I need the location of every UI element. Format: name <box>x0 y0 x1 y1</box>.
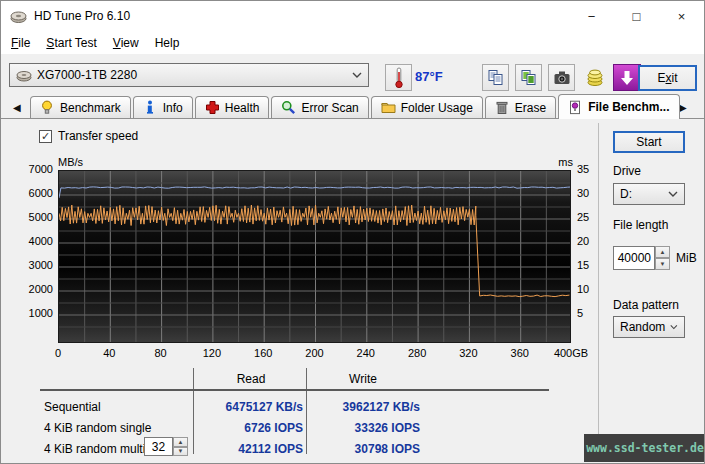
read-column-header: Read <box>196 372 306 386</box>
window-title: HD Tune Pro 6.10 <box>34 9 130 23</box>
copy-image-icon <box>520 69 538 87</box>
tab-erase[interactable]: Erase <box>485 96 556 118</box>
maximize-button[interactable]: □ <box>614 1 659 31</box>
copy-image-button[interactable] <box>515 64 542 91</box>
axis-tick-label: 5000 <box>19 211 53 223</box>
spin-down-icon[interactable]: ▼ <box>173 447 188 457</box>
drive-combobox[interactable]: D: <box>613 183 685 205</box>
window-controls: − □ × <box>569 1 704 31</box>
chevron-down-icon <box>352 72 362 78</box>
coins-icon <box>585 68 605 87</box>
start-button[interactable]: Start <box>613 131 685 153</box>
row-label-sequential: Sequential <box>44 400 101 414</box>
tab-error-scan[interactable]: Error Scan <box>271 96 368 118</box>
donate-button[interactable] <box>581 64 608 91</box>
random-multi-read-value: 42112 IOPS <box>197 442 303 456</box>
transfer-speed-checkbox[interactable]: ✓ <box>39 130 52 143</box>
file-length-spinner: ▲ ▼ <box>655 246 670 270</box>
close-button[interactable]: × <box>659 1 704 31</box>
drive-label: Drive <box>613 164 641 178</box>
spin-up-icon[interactable]: ▲ <box>655 246 670 258</box>
row-label-random-single: 4 KiB random single <box>44 421 151 435</box>
axis-tick-label: 200 <box>305 347 323 359</box>
data-pattern-label: Data pattern <box>613 298 679 312</box>
copy-text-button[interactable] <box>482 64 509 91</box>
transfer-speed-checkbox-row: ✓ Transfer speed <box>39 129 138 143</box>
thermometer-icon <box>392 67 406 88</box>
app-disk-icon <box>10 8 28 24</box>
axis-tick-label: 3000 <box>19 259 53 271</box>
data-pattern-combobox[interactable]: Random <box>613 316 685 338</box>
title-bar: HD Tune Pro 6.10 − □ × <box>1 1 704 31</box>
row-label-random-multi: 4 KiB random multi <box>44 442 145 456</box>
axis-tick-label: 160 <box>254 347 272 359</box>
tab-strip: ◀ Benchmark Info Health Error Scan Folde… <box>1 93 704 119</box>
y-left-unit-label: MB/s <box>58 156 83 168</box>
camera-icon <box>553 70 571 86</box>
table-header-rule <box>40 389 549 391</box>
spin-up-icon[interactable]: ▲ <box>173 437 188 447</box>
lightbulb-icon <box>40 100 55 115</box>
axis-tick-label: 40 <box>103 347 115 359</box>
temperature-value: 87°F <box>415 69 443 84</box>
watermark: www.ssd-tester.de <box>584 434 705 462</box>
random-multi-write-value: 30798 IOPS <box>310 442 420 456</box>
spin-down-icon[interactable]: ▼ <box>655 258 670 270</box>
temperature-button[interactable] <box>385 64 412 91</box>
transfer-speed-label: Transfer speed <box>58 129 138 143</box>
axis-tick-label: 400GB <box>554 347 588 359</box>
panel-divider <box>598 123 599 459</box>
screenshot-button[interactable] <box>548 64 575 91</box>
y-right-unit-label: ms <box>541 156 573 168</box>
queue-depth-input[interactable]: 32 <box>144 437 173 456</box>
tab-info[interactable]: Info <box>133 96 193 118</box>
chevron-down-icon <box>670 324 678 330</box>
file-benchmark-icon <box>568 100 583 115</box>
exit-button[interactable]: Exit <box>638 65 697 91</box>
sequential-write-value: 3962127 KB/s <box>310 400 420 414</box>
menu-bar: File Start Test View Help <box>1 31 704 54</box>
axis-tick-label: 10 <box>577 283 603 295</box>
download-button[interactable] <box>613 64 641 91</box>
info-icon <box>143 100 158 115</box>
axis-tick-label: 4000 <box>19 235 53 247</box>
axis-tick-label: 360 <box>511 347 529 359</box>
axis-tick-label: 5 <box>577 307 603 319</box>
trash-icon <box>495 100 510 115</box>
axis-tick-label: 7000 <box>19 163 53 175</box>
menu-start-test[interactable]: Start Test <box>38 33 104 53</box>
axis-tick-label: 0 <box>55 347 61 359</box>
tab-scroll-left-icon[interactable]: ◀ <box>13 102 21 113</box>
menu-view[interactable]: View <box>105 33 147 53</box>
disk-icon <box>16 69 32 82</box>
folder-icon <box>381 100 396 115</box>
file-length-control: 40000 ▲ ▼ MiB <box>613 246 697 270</box>
axis-tick-label: 320 <box>459 347 477 359</box>
axis-tick-label: 6000 <box>19 187 53 199</box>
tab-file-benchmark[interactable]: File Benchm... <box>558 94 679 119</box>
copy-icon <box>487 69 505 87</box>
file-length-input[interactable]: 40000 <box>613 246 655 270</box>
axis-tick-label: 240 <box>357 347 375 359</box>
table-divider <box>306 368 307 454</box>
sequential-read-value: 6475127 KB/s <box>197 400 303 414</box>
axis-tick-label: 35 <box>577 163 603 175</box>
axis-tick-label: 25 <box>577 211 603 223</box>
app-window: HD Tune Pro 6.10 − □ × File Start Test V… <box>0 0 705 464</box>
tab-health[interactable]: Health <box>195 96 270 118</box>
tab-folder-usage[interactable]: Folder Usage <box>371 96 483 118</box>
tab-benchmark[interactable]: Benchmark <box>30 96 131 118</box>
transfer-speed-plot <box>58 170 571 343</box>
magnifier-icon <box>281 100 296 115</box>
menu-file[interactable]: File <box>3 33 38 53</box>
drive-selector-combobox[interactable]: XG7000-1TB 2280 <box>9 63 369 87</box>
queue-depth-control: 32 ▲ ▼ <box>144 437 188 456</box>
menu-help[interactable]: Help <box>147 33 188 53</box>
random-single-write-value: 33326 IOPS <box>310 421 420 435</box>
health-cross-icon <box>205 100 220 115</box>
axis-tick-label: 30 <box>577 187 603 199</box>
axis-tick-label: 20 <box>577 235 603 247</box>
toolbar: XG7000-1TB 2280 87°F <box>1 54 704 93</box>
tab-scroll-right-icon[interactable]: ▶ <box>679 102 687 113</box>
minimize-button[interactable]: − <box>569 1 614 31</box>
